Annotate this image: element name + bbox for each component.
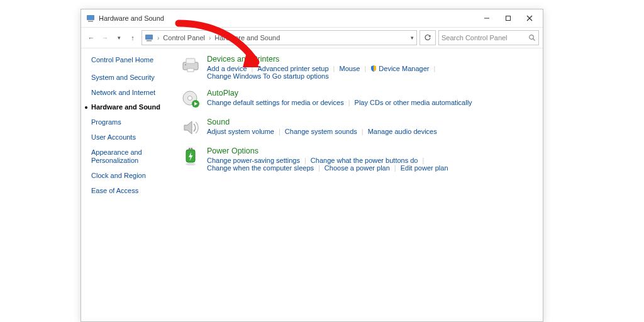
svg-line-9: [533, 39, 535, 41]
refresh-button[interactable]: [419, 30, 436, 45]
power-options-icon: [180, 147, 201, 167]
nav-up-button[interactable]: ↑: [126, 31, 139, 44]
sound-icon: [180, 118, 201, 138]
category-title[interactable]: AutoPlay: [207, 89, 533, 97]
svg-point-8: [530, 35, 534, 40]
svg-rect-3: [506, 16, 511, 21]
sidebar-item-appearance[interactable]: Appearance and Personalization: [91, 148, 173, 166]
category-title[interactable]: Sound: [207, 118, 533, 126]
svg-rect-0: [87, 15, 94, 20]
address-icon: [145, 33, 153, 42]
nav-forward-button[interactable]: →: [99, 31, 111, 44]
address-bar[interactable]: › Control Panel › Hardware and Sound ▾: [142, 30, 417, 45]
nav-back-button[interactable]: ←: [85, 31, 97, 44]
app-icon: [86, 14, 95, 23]
window-title: Hardware and Sound: [99, 14, 164, 22]
sidebar-item-clock-region[interactable]: Clock and Region: [91, 172, 173, 180]
sidebar-item-user-accounts[interactable]: User Accounts: [91, 133, 173, 142]
svg-rect-7: [147, 40, 152, 42]
category-sound: Sound Adjust system volume| Change syste…: [180, 118, 533, 138]
sidebar-item-network-internet[interactable]: Network and Internet: [91, 89, 173, 97]
sidebar-item-system-security[interactable]: System and Security: [91, 74, 173, 82]
link-change-media-defaults[interactable]: Change default settings for media or dev…: [207, 99, 344, 106]
category-title[interactable]: Devices and Printers: [207, 55, 533, 64]
svg-rect-11: [186, 58, 195, 64]
breadcrumb-root[interactable]: Control Panel: [163, 34, 205, 42]
minimize-button[interactable]: [476, 11, 497, 26]
nav-bar: ← → ▾ ↑ › Control Panel › Hardware and S…: [81, 27, 543, 48]
link-play-cds[interactable]: Play CDs or other media automatically: [355, 99, 472, 106]
link-manage-audio-devices[interactable]: Manage audio devices: [368, 128, 437, 135]
control-panel-window: Hardware and Sound ← → ▾ ↑ › Control P: [80, 9, 543, 322]
category-devices-printers: Devices and Printers Add a device| Advan…: [180, 55, 533, 80]
autoplay-icon: [180, 89, 201, 109]
search-placeholder: Search Control Panel: [441, 34, 508, 42]
link-windows-to-go[interactable]: Change Windows To Go startup options: [207, 72, 329, 80]
sidebar-home-link[interactable]: Control Panel Home: [91, 56, 173, 65]
svg-rect-12: [187, 69, 194, 72]
title-bar: Hardware and Sound: [81, 9, 543, 27]
chevron-down-icon[interactable]: ▾: [411, 35, 414, 41]
link-adjust-volume[interactable]: Adjust system volume: [207, 128, 274, 135]
sidebar-item-hardware-sound[interactable]: Hardware and Sound: [91, 103, 173, 112]
svg-rect-6: [145, 35, 153, 40]
link-add-device[interactable]: Add a device: [207, 65, 247, 72]
link-change-system-sounds[interactable]: Change system sounds: [285, 128, 357, 135]
svg-point-15: [188, 96, 192, 101]
link-mouse[interactable]: Mouse: [339, 65, 360, 72]
svg-rect-1: [88, 21, 93, 22]
link-power-button-action[interactable]: Change what the power buttons do: [311, 157, 418, 164]
chevron-right-icon: ›: [157, 35, 159, 42]
link-computer-sleep[interactable]: Change when the computer sleeps: [207, 164, 314, 172]
sidebar: Control Panel Home System and Security N…: [81, 48, 178, 321]
devices-printers-icon: [180, 55, 201, 75]
link-device-manager[interactable]: Device Manager: [379, 65, 429, 72]
svg-point-20: [186, 163, 196, 165]
category-power-options: Power Options Change power-saving settin…: [180, 147, 533, 172]
category-title[interactable]: Power Options: [207, 147, 533, 155]
svg-rect-19: [191, 148, 193, 150]
link-edit-power-plan[interactable]: Edit power plan: [401, 164, 448, 172]
category-autoplay: AutoPlay Change default settings for med…: [180, 89, 533, 109]
search-icon: [528, 34, 536, 42]
shield-icon: [370, 65, 377, 72]
link-advanced-printer-setup[interactable]: Advanced printer setup: [257, 65, 328, 72]
content-pane: Devices and Printers Add a device| Advan…: [178, 48, 543, 321]
close-button[interactable]: [519, 11, 540, 26]
sidebar-item-programs[interactable]: Programs: [91, 118, 173, 127]
sidebar-item-ease-of-access[interactable]: Ease of Access: [91, 187, 173, 196]
svg-point-13: [185, 64, 186, 65]
svg-rect-18: [189, 148, 191, 150]
link-choose-power-plan[interactable]: Choose a power plan: [325, 164, 390, 172]
link-power-saving-settings[interactable]: Change power-saving settings: [207, 157, 300, 164]
maximize-button[interactable]: [497, 11, 519, 26]
search-input[interactable]: Search Control Panel: [438, 30, 539, 45]
breadcrumb-current[interactable]: Hardware and Sound: [214, 34, 280, 42]
chevron-right-icon: ›: [209, 35, 211, 42]
recent-locations-button[interactable]: ▾: [113, 31, 125, 44]
